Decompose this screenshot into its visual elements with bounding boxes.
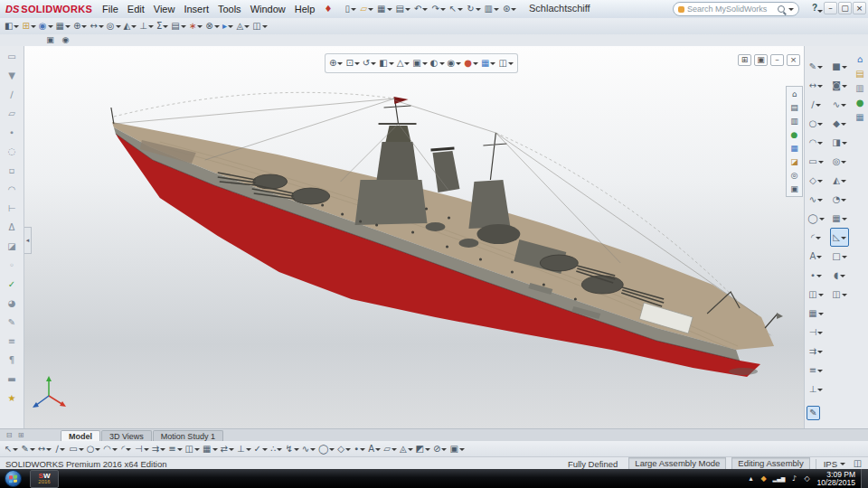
line-icon[interactable]: ∕	[53, 442, 67, 456]
design-binder-icon[interactable]: ▬	[3, 371, 21, 388]
dropdown-caret-icon[interactable]	[112, 448, 118, 454]
dropdown-caret-icon[interactable]	[194, 448, 200, 454]
notes-area-icon[interactable]: ≡	[3, 333, 21, 350]
pin-icon[interactable]: ♦	[321, 2, 335, 16]
box-selection-icon[interactable]: ▫	[3, 162, 21, 179]
dropdown-caret-icon[interactable]	[387, 8, 392, 14]
check-icon[interactable]: ✓	[3, 276, 21, 293]
filter-faces-icon[interactable]: ▱	[3, 105, 21, 122]
page-icon[interactable]: ▤	[787, 101, 802, 114]
taskbar-solidworks-button[interactable]: S W 2016	[30, 470, 59, 488]
assembly-features-icon[interactable]: ◭	[123, 19, 138, 33]
dropdown-caret-icon[interactable]	[508, 62, 514, 68]
dropdown-caret-icon[interactable]	[816, 275, 822, 280]
dropdown-caret-icon[interactable]	[816, 256, 822, 261]
mirror-icon[interactable]: ◫	[830, 285, 849, 304]
dropdown-caret-icon[interactable]	[476, 8, 481, 14]
redo-icon[interactable]: ↷	[430, 2, 446, 16]
plane-icon[interactable]: ▱	[382, 442, 398, 456]
dropdown-caret-icon[interactable]	[144, 448, 149, 454]
no-solve-icon[interactable]: ⊘	[432, 442, 448, 456]
appearance-icon[interactable]: ●	[787, 128, 802, 141]
measure-icon[interactable]: ⊢	[3, 200, 21, 217]
battleship-model[interactable]	[24, 46, 804, 428]
shell-icon[interactable]: □	[830, 247, 849, 266]
lofted-boss-icon[interactable]: ◆	[830, 114, 849, 133]
dropdown-caret-icon[interactable]	[841, 199, 846, 204]
dynamic-annotation-icon[interactable]: △	[396, 56, 411, 70]
scene-icon[interactable]: ▦	[787, 142, 802, 155]
dropdown-caret-icon[interactable]	[408, 448, 413, 454]
mass-properties-icon[interactable]: Δ	[3, 219, 21, 236]
dropdown-caret-icon[interactable]	[31, 25, 36, 31]
new-motion-study-icon[interactable]: ▸	[222, 19, 235, 33]
trim-entities-icon[interactable]: ⊣	[134, 442, 150, 456]
dropdown-caret-icon[interactable]	[351, 8, 356, 14]
smart-dimension-icon[interactable]: ↔	[807, 76, 826, 95]
section-view-icon[interactable]: ◧	[378, 56, 394, 70]
centerpoint-arc-icon[interactable]: ◠	[102, 442, 118, 456]
dropdown-caret-icon[interactable]	[817, 142, 823, 147]
dropdown-caret-icon[interactable]	[439, 62, 445, 68]
dropdown-caret-icon[interactable]	[440, 8, 446, 14]
dropdown-caret-icon[interactable]	[459, 448, 465, 454]
dropdown-caret-icon[interactable]	[842, 142, 847, 147]
dropdown-caret-icon[interactable]	[817, 123, 823, 128]
dropdown-caret-icon[interactable]	[329, 448, 335, 454]
dropdown-caret-icon[interactable]	[214, 25, 220, 31]
new-document-icon[interactable]: ▯	[344, 2, 357, 16]
dropdown-caret-icon[interactable]	[458, 8, 463, 14]
dropdown-caret-icon[interactable]	[337, 62, 343, 68]
dropdown-caret-icon[interactable]	[79, 448, 84, 454]
print-icon[interactable]: ▤	[395, 2, 411, 16]
interference-detection-icon[interactable]: ⊗	[204, 19, 220, 33]
editing-status[interactable]: Editing Assembly	[731, 457, 809, 470]
menu-insert[interactable]: Insert	[179, 2, 213, 16]
featuremanager-collapse-arrow[interactable]: ◂	[24, 227, 32, 254]
filter-edges-icon[interactable]: ∕	[3, 86, 21, 103]
zoom-to-fit-icon[interactable]: ⊕	[328, 56, 344, 70]
dropdown-caret-icon[interactable]	[404, 62, 410, 68]
dropdown-caret-icon[interactable]	[817, 389, 823, 394]
dropdown-caret-icon[interactable]	[816, 104, 821, 109]
zoom-to-area-icon[interactable]: ⊡	[344, 56, 360, 70]
taskbar-clock[interactable]: 3:09 PM 10/28/2015	[811, 471, 861, 487]
record-video-icon[interactable]: ◉	[59, 35, 72, 46]
spline-icon[interactable]: ∿	[807, 190, 826, 209]
dropdown-caret-icon[interactable]	[441, 448, 447, 454]
rebuild-icon[interactable]: ↻	[466, 2, 481, 16]
dropdown-caret-icon[interactable]	[163, 25, 168, 31]
view-orientation-icon[interactable]: ▣	[411, 56, 428, 70]
linear-component-pattern-icon[interactable]: ▦	[55, 19, 71, 33]
dropdown-caret-icon[interactable]	[30, 448, 35, 454]
dropdown-caret-icon[interactable]	[375, 448, 381, 454]
comment-icon[interactable]: ¶	[3, 352, 21, 369]
camera-icon[interactable]: ▣	[787, 183, 802, 195]
polygon-icon[interactable]: ◇	[336, 442, 352, 456]
mirror-entities-icon[interactable]: ◫	[807, 285, 826, 304]
file-explorer-icon[interactable]: ▥	[853, 82, 867, 95]
dropdown-caret-icon[interactable]	[99, 25, 104, 31]
dropdown-caret-icon[interactable]	[368, 8, 373, 14]
instant3d-icon[interactable]: ◬	[236, 19, 251, 33]
repair-sketch-icon[interactable]: ✓	[253, 442, 269, 456]
extruded-cut-icon[interactable]: ◨	[830, 133, 849, 152]
dropdown-caret-icon[interactable]	[181, 25, 186, 31]
fillet-icon[interactable]: ◔	[830, 190, 849, 209]
split-horizontal-icon[interactable]: ⊟	[4, 431, 14, 441]
solidworks-resources-icon[interactable]: ⌂	[853, 53, 867, 66]
linear-sketch-pattern-icon[interactable]: ▦	[202, 442, 218, 456]
dropdown-caret-icon[interactable]	[494, 8, 499, 14]
smart-fasteners-icon[interactable]: ⊕	[72, 19, 88, 33]
dropdown-caret-icon[interactable]	[490, 62, 495, 68]
linear-pattern-icon[interactable]: ▦	[830, 209, 849, 228]
sketch-icon[interactable]: ✎	[20, 442, 35, 456]
polygon-icon[interactable]: ◇	[807, 171, 826, 190]
search-caret-icon[interactable]	[788, 8, 794, 14]
split-vertical-icon[interactable]: ⊞	[15, 431, 26, 441]
solidworks-rx-icon[interactable]: ◆	[760, 473, 769, 485]
dropdown-caret-icon[interactable]	[817, 199, 823, 204]
lasso-selection-icon[interactable]: ◠	[3, 181, 21, 198]
appearances-scenes-icon[interactable]: ●	[853, 97, 867, 109]
rectangle-icon[interactable]: ▭	[807, 152, 826, 171]
